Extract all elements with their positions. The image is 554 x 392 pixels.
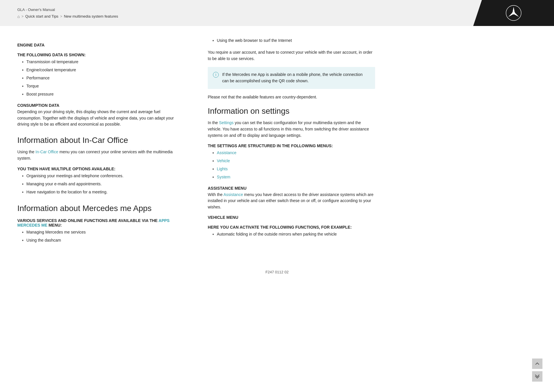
mercedes-me-section: Information about Mercedes me Apps VARIO… — [17, 204, 185, 244]
settings-link[interactable]: Settings — [219, 120, 234, 125]
services-label: VARIOUS SERVICES AND ONLINE FUNCTIONS AR… — [17, 218, 185, 227]
footer-code: F247 0112 02 — [0, 264, 554, 283]
settings-heading: Information on settings — [208, 107, 375, 116]
mercedes-logo — [506, 5, 522, 21]
consumption-data-label: CONSUMPTION DATA — [17, 103, 185, 108]
list-item: Managing your e-mails and appointments. — [17, 181, 185, 188]
engine-data-label: ENGINE DATA — [17, 43, 185, 47]
header: GLA - Owner's Manual ⌂ > Quick start and… — [0, 0, 554, 26]
engine-data-section: ENGINE DATA THE FOLLOWING DATA IS SHOWN:… — [17, 43, 185, 98]
svg-point-4 — [512, 12, 515, 14]
mercedes-services-list: Managing Mercedes me services Using the … — [17, 229, 185, 244]
assistance-menu-label: ASSISTANCE MENU — [208, 186, 375, 191]
consumption-data-text: Depending on your driving style, this di… — [17, 109, 185, 128]
info-icon: i — [213, 72, 219, 78]
right-column: Using the web browser to surf the Intern… — [208, 38, 375, 247]
breadcrumb-item-2: New multimedia system features — [64, 14, 118, 18]
in-car-office-intro: Using the In-Car Office menu you can con… — [17, 149, 185, 161]
engine-data-list: Transmission oil temperature Engine/cool… — [17, 59, 185, 98]
chevron-up-icon — [535, 362, 539, 365]
home-icon[interactable]: ⌂ — [17, 14, 20, 19]
expand-icon — [535, 374, 540, 378]
extra-bullet-list: Using the web browser to surf the Intern… — [208, 38, 375, 44]
list-item[interactable]: Lights — [208, 166, 375, 173]
list-item: Organising your meetings and telephone c… — [17, 173, 185, 180]
mercedes-me-heading: Information about Mercedes me Apps — [17, 204, 185, 213]
list-item: Performance — [17, 75, 185, 82]
header-inner: GLA - Owner's Manual ⌂ > Quick start and… — [0, 8, 135, 19]
list-item: Torque — [17, 83, 185, 90]
options-label: YOU THEN HAVE MULTIPLE OPTIONS AVAILABLE… — [17, 167, 185, 171]
list-item: Boost pressure — [17, 91, 185, 98]
left-column: ENGINE DATA THE FOLLOWING DATA IS SHOWN:… — [17, 38, 185, 247]
settings-structure-label: THE SETTINGS ARE STRUCTURED IN THE FOLLO… — [208, 143, 375, 148]
manual-title: GLA - Owner's Manual — [17, 8, 118, 12]
list-item: Using the dashcam — [17, 237, 185, 244]
breadcrumb-sep-2: > — [60, 14, 62, 18]
settings-menus-list: Assistance Vehicle Lights System — [208, 150, 375, 181]
in-car-office-section: Information about In-Car Office Using th… — [17, 136, 185, 196]
list-item: Transmission oil temperature — [17, 59, 185, 66]
list-item[interactable]: System — [208, 174, 375, 181]
list-item[interactable]: Vehicle — [208, 158, 375, 165]
list-item: Managing Mercedes me services — [17, 229, 185, 236]
vehicle-functions-label: HERE YOU CAN ACTIVATE THE FOLLOWING FUNC… — [208, 225, 375, 229]
in-car-office-link[interactable]: In-Car Office — [35, 150, 58, 154]
breadcrumb-item-1[interactable]: Quick start and Tips — [25, 14, 58, 18]
scroll-down-button[interactable] — [532, 371, 542, 382]
breadcrumb-sep-1: > — [21, 14, 23, 18]
in-car-office-heading: Information about In-Car Office — [17, 136, 185, 145]
breadcrumb: ⌂ > Quick start and Tips > New multimedi… — [17, 14, 118, 19]
assistance-link[interactable]: Assistance — [223, 192, 243, 197]
info-box: i If the Mercedes me App is available on… — [208, 67, 375, 89]
list-item[interactable]: Assistance — [208, 150, 375, 156]
engine-data-sub-label: THE FOLLOWING DATA IS SHOWN: — [17, 53, 185, 57]
consumption-data-section: CONSUMPTION DATA Depending on your drivi… — [17, 103, 185, 128]
assistance-text: With the Assistance menu you have direct… — [208, 192, 375, 210]
country-note: Please not that the available features a… — [208, 94, 375, 100]
vehicle-menu-label: VEHICLE MENU — [208, 215, 375, 220]
vehicle-functions-list: Automatic folding in of the outside mirr… — [208, 231, 375, 238]
user-account-text: You require a user account, and have to … — [208, 49, 375, 62]
info-box-text: If the Mercedes me App is available on a… — [222, 72, 370, 84]
list-item: Have navigation to the location for a me… — [17, 189, 185, 196]
main-content: ENGINE DATA THE FOLLOWING DATA IS SHOWN:… — [0, 26, 554, 264]
svg-marker-1 — [513, 7, 515, 12]
logo-area — [473, 0, 554, 26]
list-item: Automatic folding in of the outside mirr… — [208, 231, 375, 238]
list-item: Engine/coolant temperature — [17, 67, 185, 74]
options-list: Organising your meetings and telephone c… — [17, 173, 185, 196]
settings-intro: In the Settings you can set the basic co… — [208, 120, 375, 139]
list-item: Using the web browser to surf the Intern… — [208, 38, 375, 44]
scroll-up-button[interactable] — [532, 359, 542, 369]
